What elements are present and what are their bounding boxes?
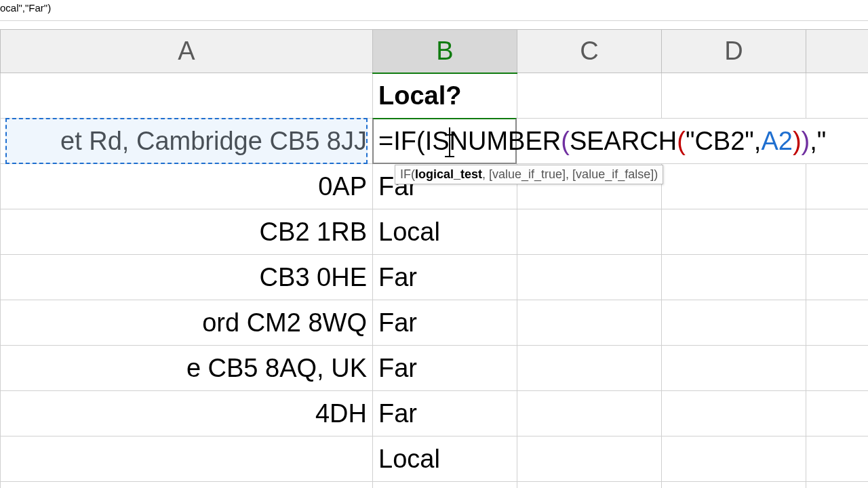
text-caret xyxy=(449,127,450,157)
formula-bar[interactable]: ocal","Far") xyxy=(0,0,868,21)
col-header-B-label: B xyxy=(436,37,453,65)
cell-D5[interactable] xyxy=(662,255,806,300)
tooltip-current-arg: logical_test xyxy=(415,167,482,181)
cell-C1[interactable] xyxy=(517,73,662,119)
cell-A3[interactable]: 0AP xyxy=(1,164,373,209)
cell-D3[interactable] xyxy=(662,164,806,209)
cell-E1[interactable] xyxy=(806,73,869,119)
cell-A4-text: CB2 1RB xyxy=(260,218,367,246)
cell-C4[interactable] xyxy=(517,209,662,255)
cell-A7[interactable]: e CB5 8AQ, UK xyxy=(1,346,373,391)
cell-A7-text: e CB5 8AQ, UK xyxy=(186,354,367,382)
cell-B9[interactable]: Local xyxy=(373,436,517,482)
cell-E6[interactable] xyxy=(806,300,869,346)
cell-B4-text: Local xyxy=(378,218,440,246)
cell-A2[interactable]: et Rd, Cambridge CB5 8JJ xyxy=(1,119,373,164)
formula-ref-A2: A2 xyxy=(761,127,792,156)
cell-B8[interactable]: Far xyxy=(373,391,517,436)
tooltip-fn-name: IF( xyxy=(400,167,415,181)
cell-A5[interactable]: CB3 0HE xyxy=(1,255,373,300)
row-8: 4DH Far xyxy=(1,391,869,436)
cell-B10[interactable] xyxy=(373,482,517,489)
formula-open-paren-3: ( xyxy=(677,127,686,156)
cell-B6[interactable]: Far xyxy=(373,300,517,346)
cell-B1[interactable]: Local? xyxy=(373,73,517,119)
cell-D4[interactable] xyxy=(662,209,806,255)
cell-B7-text: Far xyxy=(378,354,417,382)
cell-D7[interactable] xyxy=(662,346,806,391)
cell-D9[interactable] xyxy=(662,436,806,482)
formula-comma-1: , xyxy=(754,127,762,156)
row-7: e CB5 8AQ, UK Far xyxy=(1,346,869,391)
cell-C7[interactable] xyxy=(517,346,662,391)
cell-B5[interactable]: Far xyxy=(373,255,517,300)
cell-B7[interactable]: Far xyxy=(373,346,517,391)
cell-A8-text: 4DH xyxy=(315,399,367,428)
cell-E3[interactable] xyxy=(806,164,869,209)
cell-A6-text: ord CM2 8WQ xyxy=(202,308,367,337)
row-6: ord CM2 8WQ Far xyxy=(1,300,869,346)
formula-comma-2: , xyxy=(810,127,817,156)
formula-isnumber-post: NUMBER xyxy=(450,127,561,156)
formula-trailing-quote: " xyxy=(817,127,827,156)
formula-isnumber-pre: IS xyxy=(425,127,450,156)
cell-B9-text: Local xyxy=(378,445,440,473)
cell-A9[interactable] xyxy=(1,436,373,482)
cell-A10[interactable] xyxy=(1,482,373,489)
cell-A1[interactable] xyxy=(1,73,373,119)
cell-C9[interactable] xyxy=(517,436,662,482)
cell-D1[interactable] xyxy=(662,73,806,119)
cell-B5-text: Far xyxy=(378,263,417,291)
cell-D10[interactable] xyxy=(662,482,806,489)
cell-B1-text: Local? xyxy=(378,81,461,110)
col-header-D[interactable]: D xyxy=(662,30,806,73)
row-1: Local? xyxy=(1,73,869,119)
cell-E7[interactable] xyxy=(806,346,869,391)
cell-A5-text: CB3 0HE xyxy=(260,263,367,291)
col-header-E[interactable] xyxy=(806,30,869,73)
formula-str-cb2: "CB2" xyxy=(686,127,754,156)
cell-E4[interactable] xyxy=(806,209,869,255)
cell-B2[interactable]: =IF(ISNUMBER(SEARCH("CB2",A2))," xyxy=(373,119,869,164)
formula-if: IF xyxy=(393,127,416,156)
row-5: CB3 0HE Far xyxy=(1,255,869,300)
cell-B2-formula-editor[interactable]: =IF(ISNUMBER(SEARCH("CB2",A2))," xyxy=(373,119,826,163)
cell-A2-text: et Rd, Cambridge CB5 8JJ xyxy=(60,127,367,156)
formula-bar-text: ocal","Far") xyxy=(0,2,51,14)
cell-A6[interactable]: ord CM2 8WQ xyxy=(1,300,373,346)
spreadsheet-grid[interactable]: A B C D Local? et Rd, Cambridge CB5 8JJ xyxy=(0,29,868,488)
cell-E10[interactable] xyxy=(806,482,869,489)
cell-B4[interactable]: Local xyxy=(373,209,517,255)
function-argument-tooltip[interactable]: IF(logical_test, [value_if_true], [value… xyxy=(395,165,663,184)
row-4: CB2 1RB Local xyxy=(1,209,869,255)
row-9: Local xyxy=(1,436,869,482)
cell-A3-text: 0AP xyxy=(318,172,367,201)
col-header-A[interactable]: A xyxy=(1,30,373,73)
formula-eq: = xyxy=(378,127,393,156)
formula-open-paren-1: ( xyxy=(416,127,425,156)
cell-E5[interactable] xyxy=(806,255,869,300)
cell-C10[interactable] xyxy=(517,482,662,489)
cell-A4[interactable]: CB2 1RB xyxy=(1,209,373,255)
cell-C5[interactable] xyxy=(517,255,662,300)
col-header-B[interactable]: B xyxy=(373,30,517,73)
formula-close-paren-2: ) xyxy=(802,127,810,156)
tooltip-rest-args: , [value_if_true], [value_if_false]) xyxy=(482,167,658,181)
col-header-D-label: D xyxy=(724,37,743,65)
row-10 xyxy=(1,482,869,489)
col-header-C-label: C xyxy=(580,37,598,65)
cell-E8[interactable] xyxy=(806,391,869,436)
cell-B8-text: Far xyxy=(378,399,417,428)
cell-D6[interactable] xyxy=(662,300,806,346)
formula-search: SEARCH xyxy=(570,127,677,156)
formula-open-paren-2: ( xyxy=(561,127,570,156)
col-header-A-label: A xyxy=(178,37,195,65)
cell-A8[interactable]: 4DH xyxy=(1,391,373,436)
cell-C8[interactable] xyxy=(517,391,662,436)
cell-E9[interactable] xyxy=(806,436,869,482)
row-2: et Rd, Cambridge CB5 8JJ =IF(ISNUMBER(SE… xyxy=(1,119,869,164)
formula-close-paren-3: ) xyxy=(793,127,802,156)
col-header-C[interactable]: C xyxy=(517,30,662,73)
cell-D8[interactable] xyxy=(662,391,806,436)
cell-C6[interactable] xyxy=(517,300,662,346)
